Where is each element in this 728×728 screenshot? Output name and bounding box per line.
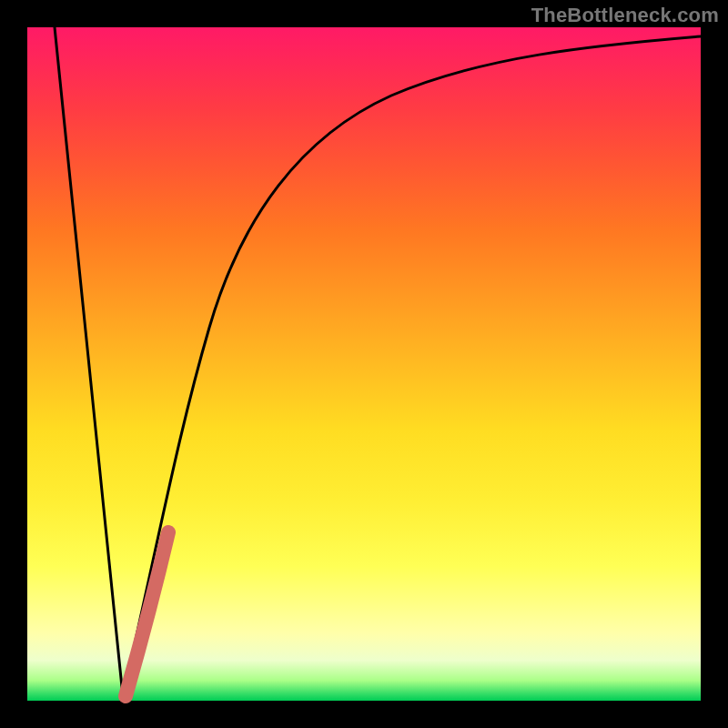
highlight-segment xyxy=(126,532,168,696)
curve-falling-black xyxy=(55,27,123,696)
curve-rising-black xyxy=(123,36,701,696)
chart-svg xyxy=(27,27,701,701)
watermark-text: TheBottleneck.com xyxy=(531,4,719,27)
plot-area xyxy=(27,27,701,701)
chart-frame: TheBottleneck.com xyxy=(0,0,728,728)
